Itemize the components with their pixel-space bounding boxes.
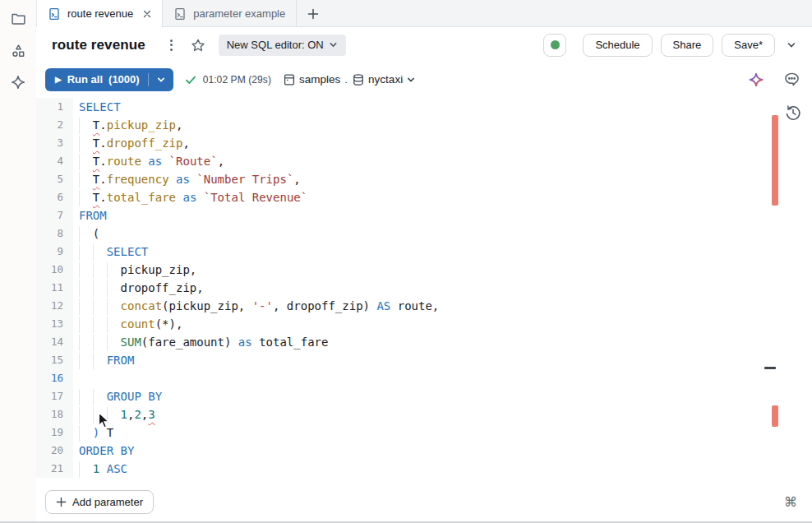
new-tab-button[interactable] bbox=[297, 0, 330, 27]
catalog-schema-selector[interactable]: samples . nyctaxi bbox=[283, 73, 416, 86]
chevron-down-icon bbox=[329, 40, 338, 49]
code-token: (pickup_zip, bbox=[162, 299, 252, 312]
code-line[interactable]: 20ORDER BY bbox=[36, 442, 812, 460]
code-line[interactable]: 3T.dropoff_zip, bbox=[36, 134, 812, 152]
indent-guide bbox=[93, 262, 107, 279]
code-line[interactable]: 16 bbox=[36, 369, 812, 387]
sparkle-icon[interactable] bbox=[9, 73, 27, 91]
code-line[interactable]: 5T.frequency as `Number Trips`, bbox=[36, 170, 812, 188]
line-number: 15 bbox=[36, 351, 73, 369]
sql-editor-window: route revenue parameter example route re… bbox=[0, 0, 812, 523]
close-icon[interactable] bbox=[143, 10, 151, 18]
add-parameter-button[interactable]: Add parameter bbox=[45, 490, 154, 514]
code-line[interactable]: 4T.route as `Route`, bbox=[36, 152, 812, 170]
code-line[interactable]: 2T.pickup_zip, bbox=[36, 116, 812, 134]
code-line[interactable]: 8( bbox=[36, 224, 812, 243]
code-token: , bbox=[182, 137, 189, 150]
version-history-icon[interactable] bbox=[784, 104, 802, 122]
add-parameter-label: Add parameter bbox=[72, 496, 143, 508]
code-token: '-' bbox=[252, 299, 273, 312]
code-token: SUM bbox=[121, 336, 141, 349]
indent-guide bbox=[93, 299, 107, 315]
code-text: T.route as `Route`, bbox=[73, 152, 224, 170]
schedule-button[interactable]: Schedule bbox=[583, 34, 652, 57]
tab-route-revenue[interactable]: route revenue bbox=[37, 0, 163, 27]
code-text: dropoff_zip, bbox=[73, 279, 204, 297]
run-label: Run all bbox=[67, 73, 103, 86]
indent-guide bbox=[93, 335, 107, 351]
code-line[interactable]: 11dropoff_zip, bbox=[36, 279, 812, 297]
save-options-chevron-icon[interactable] bbox=[782, 36, 800, 54]
code-line[interactable]: 19) T bbox=[36, 423, 812, 442]
indent-guide bbox=[93, 280, 107, 297]
code-editor[interactable]: 1SELECT2T.pickup_zip,3T.dropoff_zip,4T.r… bbox=[36, 96, 812, 483]
run-toolbar: ▶ Run all (1000) 01:02 PM (29s) samples … bbox=[36, 62, 812, 96]
check-icon bbox=[184, 73, 197, 86]
code-line[interactable]: 12concat(pickup_zip, '-', dropoff_zip) A… bbox=[36, 297, 812, 315]
code-line[interactable]: 181,2,3 bbox=[36, 405, 812, 423]
sql-file-icon bbox=[48, 7, 61, 21]
line-number: 6 bbox=[36, 188, 73, 206]
line-number: 12 bbox=[36, 297, 73, 315]
code-token: dropoff_zip bbox=[107, 137, 183, 150]
line-number: 19 bbox=[36, 423, 73, 442]
code-token: frequency bbox=[107, 173, 169, 186]
assistant-sparkle-icon[interactable] bbox=[747, 71, 765, 89]
run-options-chevron-icon[interactable] bbox=[149, 68, 173, 91]
code-line[interactable]: 1SELECT bbox=[36, 98, 812, 116]
code-token: as bbox=[148, 155, 162, 168]
save-button[interactable]: Save* bbox=[722, 34, 775, 57]
code-line[interactable]: 13count(*), bbox=[36, 315, 812, 333]
share-button[interactable]: Share bbox=[661, 34, 714, 57]
code-text bbox=[73, 369, 79, 387]
favorite-star-icon[interactable] bbox=[191, 38, 205, 53]
code-text: FROM bbox=[73, 351, 134, 369]
indent-guide bbox=[79, 353, 93, 369]
code-token: 3 bbox=[148, 408, 155, 421]
code-line[interactable]: 10pickup_zip, bbox=[36, 261, 812, 279]
code-line[interactable]: 17GROUP BY bbox=[36, 387, 812, 405]
green-status-dot bbox=[551, 40, 560, 49]
line-number: 4 bbox=[36, 152, 73, 170]
code-text: ORDER BY bbox=[73, 442, 134, 460]
line-number: 18 bbox=[36, 405, 73, 423]
path-separator: . bbox=[344, 73, 348, 86]
last-run-status: 01:02 PM (29s) bbox=[184, 73, 271, 86]
code-text: count(*), bbox=[73, 315, 182, 333]
comments-icon[interactable] bbox=[782, 71, 800, 89]
code-token: as bbox=[238, 336, 252, 349]
new-sql-editor-toggle[interactable]: New SQL editor: ON bbox=[219, 35, 346, 56]
run-all-button[interactable]: ▶ Run all (1000) bbox=[45, 68, 173, 91]
query-header: route revenue New SQL editor: ON Schedul… bbox=[36, 27, 812, 62]
indent-guide bbox=[79, 172, 93, 188]
indent-guide bbox=[79, 136, 93, 152]
code-token: dropoff_zip, bbox=[121, 281, 204, 294]
plus-icon bbox=[56, 497, 67, 507]
tab-label: route revenue bbox=[67, 7, 133, 20]
code-line[interactable]: 14SUM(fare_amount) as total_fare bbox=[36, 333, 812, 351]
environment-status-button[interactable] bbox=[543, 34, 566, 57]
folder-icon[interactable] bbox=[9, 9, 27, 27]
tab-parameter-example[interactable]: parameter example bbox=[163, 0, 297, 27]
indent-guide bbox=[79, 190, 93, 206]
code-token: (fare_amount) bbox=[141, 336, 238, 349]
code-line[interactable]: 15FROM bbox=[36, 351, 812, 369]
code-token: 2 bbox=[134, 408, 141, 421]
code-token: ORDER BY bbox=[79, 444, 134, 457]
code-token: concat bbox=[121, 299, 163, 312]
code-line[interactable]: 211 ASC bbox=[36, 460, 812, 478]
code-token bbox=[162, 155, 168, 168]
line-number: 8 bbox=[36, 224, 73, 243]
code-token: count bbox=[121, 317, 155, 331]
line-number: 2 bbox=[36, 116, 73, 134]
line-number: 7 bbox=[36, 206, 73, 224]
indent-guide bbox=[107, 407, 121, 423]
workspace-shapes-icon[interactable] bbox=[9, 41, 27, 59]
code-token bbox=[99, 462, 106, 475]
code-line[interactable]: 7FROM bbox=[36, 206, 812, 224]
code-token: ( bbox=[93, 227, 99, 240]
code-line[interactable]: 9SELECT bbox=[36, 243, 812, 261]
kebab-menu-icon[interactable] bbox=[165, 36, 178, 54]
code-token: as bbox=[176, 173, 190, 186]
code-line[interactable]: 6T.total_fare as `Total Revenue` bbox=[36, 188, 812, 206]
